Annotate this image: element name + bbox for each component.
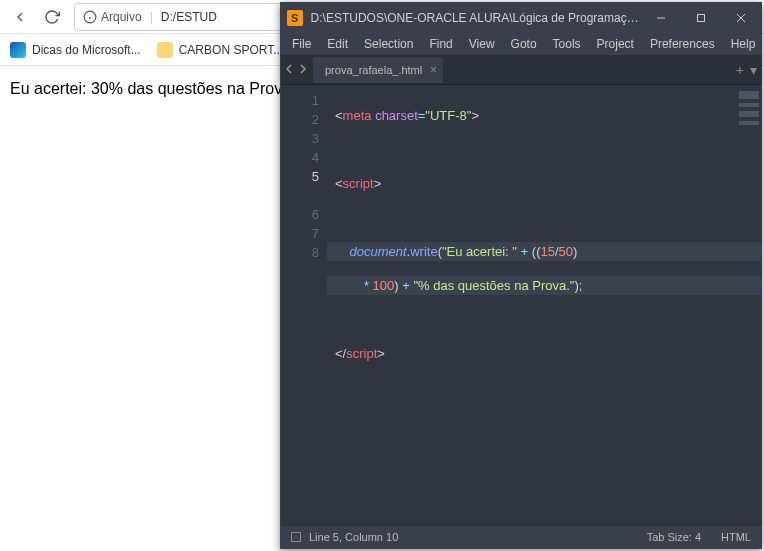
- gutter: 1 2 3 4 5 6 7 8: [281, 85, 327, 526]
- maximize-button[interactable]: [681, 3, 721, 33]
- line-number: 8: [281, 243, 319, 262]
- sublime-window: S D:\ESTUDOS\ONE-ORACLE ALURA\Lógica de …: [280, 2, 762, 549]
- statusbar: Line 5, Column 10 Tab Size: 4 HTML: [281, 526, 761, 548]
- refresh-button[interactable]: [38, 3, 66, 31]
- tab-close-icon[interactable]: ×: [430, 63, 437, 77]
- titlebar[interactable]: S D:\ESTUDOS\ONE-ORACLE ALURA\Lógica de …: [281, 3, 761, 33]
- menu-file[interactable]: File: [285, 35, 318, 53]
- window-title: D:\ESTUDOS\ONE-ORACLE ALURA\Lógica de Pr…: [311, 11, 641, 25]
- page-text: Eu acertei: 30% das questões na Prova.: [10, 80, 296, 97]
- line-number: 1: [281, 91, 319, 110]
- close-button[interactable]: [721, 3, 761, 33]
- status-tab-size[interactable]: Tab Size: 4: [647, 531, 701, 543]
- line-number: 5: [281, 167, 319, 186]
- code-content[interactable]: <meta charset="UTF-8"> <script> document…: [327, 85, 761, 526]
- menu-preferences[interactable]: Preferences: [643, 35, 722, 53]
- minimize-button[interactable]: [641, 3, 681, 33]
- site-info-icon[interactable]: Arquivo: [83, 10, 142, 24]
- status-cursor[interactable]: Line 5, Column 10: [309, 531, 398, 543]
- menu-find[interactable]: Find: [422, 35, 459, 53]
- status-syntax[interactable]: HTML: [721, 531, 751, 543]
- tab-row: prova_rafaela_.html × + ▾: [281, 55, 761, 85]
- address-bar[interactable]: Arquivo | D:/ESTUD: [74, 3, 284, 31]
- line-number: 4: [281, 148, 319, 167]
- edge-icon: [10, 42, 26, 58]
- back-button[interactable]: [6, 3, 34, 31]
- tab-menu-icon[interactable]: ▾: [750, 62, 757, 78]
- window-controls: [641, 3, 761, 33]
- line-number: 3: [281, 129, 319, 148]
- minimap[interactable]: [739, 91, 759, 131]
- menu-view[interactable]: View: [462, 35, 502, 53]
- tab-next-icon[interactable]: [297, 63, 307, 77]
- menu-project[interactable]: Project: [590, 35, 641, 53]
- tab-label: prova_rafaela_.html: [325, 64, 422, 76]
- line-number: 2: [281, 110, 319, 129]
- file-tab[interactable]: prova_rafaela_.html ×: [313, 57, 443, 83]
- menu-selection[interactable]: Selection: [357, 35, 420, 53]
- folder-icon: [157, 42, 173, 58]
- line-number: 7: [281, 224, 319, 243]
- line-number: 6: [281, 205, 319, 224]
- menu-help[interactable]: Help: [724, 35, 763, 53]
- address-path: D:/ESTUD: [161, 10, 217, 24]
- menu-tools[interactable]: Tools: [546, 35, 588, 53]
- sublime-app-icon: S: [287, 10, 303, 26]
- menu-goto[interactable]: Goto: [504, 35, 544, 53]
- svg-rect-4: [698, 15, 705, 22]
- tab-nav: [285, 63, 307, 77]
- menu-edit[interactable]: Edit: [320, 35, 355, 53]
- bookmark-item[interactable]: Dicas do Microsoft...: [10, 42, 141, 58]
- bookmark-item[interactable]: CARBON SPORT...: [157, 42, 283, 58]
- status-panel-icon[interactable]: [291, 532, 301, 542]
- new-tab-icon[interactable]: +: [736, 62, 744, 78]
- bookmark-label: Dicas do Microsoft...: [32, 43, 141, 57]
- bookmark-label: CARBON SPORT...: [179, 43, 283, 57]
- site-info-label: Arquivo: [101, 10, 142, 24]
- menubar: File Edit Selection Find View Goto Tools…: [281, 33, 761, 55]
- editor-area[interactable]: 1 2 3 4 5 6 7 8 <meta charset="UTF-8"> <…: [281, 85, 761, 526]
- tab-prev-icon[interactable]: [285, 63, 295, 77]
